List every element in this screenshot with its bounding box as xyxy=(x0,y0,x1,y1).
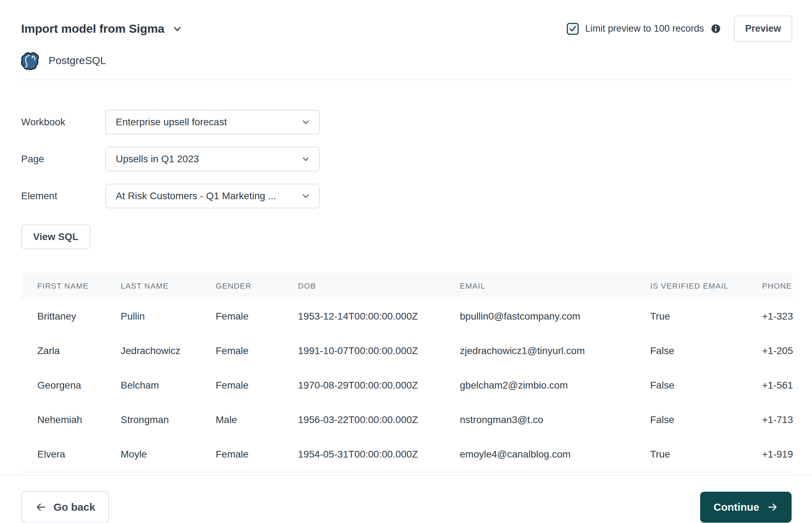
table-cell: +1-919-39 xyxy=(762,437,793,472)
table-row: BrittaneyPullinFemale1953-12-14T00:00:00… xyxy=(21,299,793,334)
table-cell: False xyxy=(650,334,762,368)
table-cell: nstrongman3@t.co xyxy=(460,403,650,437)
table-cell: Elvera xyxy=(21,437,121,472)
table-cell: 1954-05-31T00:00:00.000Z xyxy=(298,437,460,472)
chevron-down-icon xyxy=(302,155,310,163)
column-header: EMAIL xyxy=(460,273,650,299)
table-row: NehemiahStrongmanMale1956-03-22T00:00:00… xyxy=(21,403,793,437)
table-row: ElveraMoyleFemale1954-05-31T00:00:00.000… xyxy=(21,437,793,472)
import-form: Workbook Enterprise upsell forecast Page… xyxy=(0,110,812,208)
table-cell: Jedrachowicz xyxy=(121,334,216,368)
continue-label: Continue xyxy=(713,501,759,513)
table-cell: Brittaney xyxy=(21,299,121,334)
table-cell: True xyxy=(650,437,762,472)
table-cell: bpullin0@fastcompany.com xyxy=(460,299,650,334)
table-cell: Strongman xyxy=(121,403,216,437)
model-source-selector[interactable]: Import model from Sigma xyxy=(21,22,183,36)
column-header: LAST NAME xyxy=(121,273,216,299)
table-cell: 1991-10-07T00:00:00.000Z xyxy=(298,334,460,368)
workbook-select-value: Enterprise upsell forecast xyxy=(116,116,227,128)
chevron-down-icon xyxy=(172,24,183,34)
element-label: Element xyxy=(21,190,105,202)
source-row: PostgreSQL xyxy=(0,51,812,70)
table-cell: Female xyxy=(216,334,298,368)
table-cell: +1-323-6 xyxy=(762,299,793,334)
page-field-row: Page Upsells in Q1 2023 xyxy=(21,147,791,171)
column-header: GENDER xyxy=(216,273,298,299)
table-cell: Female xyxy=(216,368,298,403)
go-back-button[interactable]: Go back xyxy=(21,491,109,523)
arrow-left-icon xyxy=(35,502,46,513)
limit-preview-checkbox[interactable] xyxy=(567,23,579,35)
chevron-down-icon xyxy=(302,192,310,200)
page-select[interactable]: Upsells in Q1 2023 xyxy=(105,147,320,171)
column-header: PHONE xyxy=(762,273,793,299)
table-cell: 1970-08-29T00:00:00.000Z xyxy=(298,368,460,403)
table-cell: Pullin xyxy=(121,299,216,334)
table-body: BrittaneyPullinFemale1953-12-14T00:00:00… xyxy=(21,299,793,472)
info-icon[interactable] xyxy=(711,24,721,33)
footer: Go back Continue xyxy=(0,475,812,523)
element-field-row: Element At Risk Customers - Q1 Marketing… xyxy=(21,184,791,208)
table-row: ZarlaJedrachowiczFemale1991-10-07T00:00:… xyxy=(21,334,793,368)
page-label: Page xyxy=(21,153,105,165)
continue-button[interactable]: Continue xyxy=(700,492,792,523)
table-cell: Moyle xyxy=(121,437,216,472)
chevron-down-icon xyxy=(302,118,310,126)
table-cell: gbelcham2@zimbio.com xyxy=(460,368,650,403)
header-divider xyxy=(21,80,793,80)
table-cell: +1-713-88 xyxy=(762,403,793,437)
table-cell: True xyxy=(650,299,762,334)
limit-preview-checkbox-group[interactable]: Limit preview to 100 records xyxy=(567,23,721,35)
workbook-label: Workbook xyxy=(21,116,105,128)
workbook-select[interactable]: Enterprise upsell forecast xyxy=(105,110,320,134)
table-cell: Female xyxy=(216,437,298,472)
preview-table-container: FIRST NAMELAST NAMEGENDERDOBEMAILIS VERI… xyxy=(21,273,793,472)
limit-preview-label: Limit preview to 100 records xyxy=(585,23,704,34)
table-cell: Nehemiah xyxy=(21,403,121,437)
table-cell: 1956-03-22T00:00:00.000Z xyxy=(298,403,460,437)
view-sql-button[interactable]: View SQL xyxy=(21,225,90,249)
table-cell: False xyxy=(650,403,762,437)
table-cell: 1953-12-14T00:00:00.000Z xyxy=(298,299,460,334)
workbook-field-row: Workbook Enterprise upsell forecast xyxy=(21,110,791,134)
preview-table: FIRST NAMELAST NAMEGENDERDOBEMAILIS VERI… xyxy=(21,273,793,472)
column-header: FIRST NAME xyxy=(21,273,121,299)
column-header: DOB xyxy=(298,273,460,299)
page-title: Import model from Sigma xyxy=(21,22,164,36)
topbar-controls: Limit preview to 100 records Preview xyxy=(567,15,792,42)
table-cell: emoyle4@canalblog.com xyxy=(460,437,650,472)
table-row: GeorgenaBelchamFemale1970-08-29T00:00:00… xyxy=(21,368,793,403)
page-select-value: Upsells in Q1 2023 xyxy=(116,153,199,165)
table-cell: Georgena xyxy=(21,368,121,403)
postgresql-logo-icon xyxy=(21,51,40,70)
go-back-label: Go back xyxy=(53,501,95,513)
table-cell: Female xyxy=(216,299,298,334)
table-cell: False xyxy=(650,368,762,403)
element-select-value: At Risk Customers - Q1 Marketing ... xyxy=(116,190,276,202)
topbar: Import model from Sigma Limit preview to… xyxy=(0,0,812,42)
source-name: PostgreSQL xyxy=(49,55,106,67)
table-header-row: FIRST NAMELAST NAMEGENDERDOBEMAILIS VERI… xyxy=(21,273,793,299)
table-cell: Belcham xyxy=(121,368,216,403)
table-cell: +1-205-18 xyxy=(762,334,793,368)
check-icon xyxy=(569,25,577,33)
element-select[interactable]: At Risk Customers - Q1 Marketing ... xyxy=(105,184,320,208)
preview-button[interactable]: Preview xyxy=(734,15,792,42)
column-header: IS VERIFIED EMAIL xyxy=(650,273,762,299)
table-cell: Male xyxy=(216,403,298,437)
arrow-right-icon xyxy=(767,502,778,513)
table-cell: Zarla xyxy=(21,334,121,368)
table-cell: +1-561-92 xyxy=(762,368,793,403)
table-cell: zjedrachowicz1@tinyurl.com xyxy=(460,334,650,368)
